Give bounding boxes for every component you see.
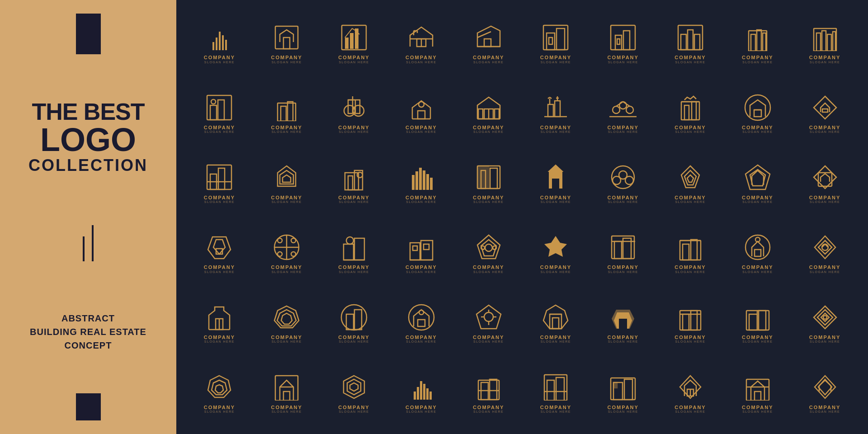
svg-rect-205 <box>414 392 416 400</box>
list-item[interactable]: COMPANY SLOGAN HERE <box>726 219 789 285</box>
logo-label-block: COMPANY SLOGAN HERE <box>809 55 840 64</box>
slogan-text: SLOGAN HERE <box>809 200 840 204</box>
list-item[interactable]: COMPANY SLOGAN HERE <box>188 219 251 285</box>
svg-line-67 <box>550 97 552 99</box>
list-item[interactable]: COMPANY SLOGAN HERE <box>255 79 319 146</box>
list-item[interactable]: COMPANY SLOGAN HERE <box>188 289 251 355</box>
list-item[interactable]: COMPANY SLOGAN HERE <box>793 149 857 215</box>
list-item[interactable]: COMPANY SLOGAN HERE <box>659 359 722 425</box>
list-item[interactable]: COMPANY SLOGAN HERE <box>591 359 655 425</box>
company-name: COMPANY <box>809 125 840 130</box>
logo-icon-27 <box>603 160 643 192</box>
list-item[interactable]: COMPANY SLOGAN HERE <box>591 149 655 215</box>
list-item[interactable]: COMPANY SLOGAN HERE <box>389 219 453 285</box>
list-item[interactable]: COMPANY SLOGAN HERE <box>255 359 319 425</box>
list-item[interactable]: COMPANY SLOGAN HERE <box>659 289 722 355</box>
list-item[interactable]: COMPANY SLOGAN HERE <box>389 9 453 75</box>
list-item[interactable]: COMPANY SLOGAN HERE <box>659 79 722 146</box>
logo-icon-14 <box>401 90 442 122</box>
list-item[interactable]: COMPANY SLOGAN HERE <box>726 9 789 75</box>
list-item[interactable]: COMPANY SLOGAN HERE <box>255 149 319 215</box>
company-name: COMPANY <box>540 335 571 340</box>
list-item[interactable]: COMPANY SLOGAN HERE <box>793 289 857 355</box>
list-item[interactable]: COMPANY SLOGAN HERE <box>591 79 655 146</box>
list-item[interactable]: COMPANY SLOGAN HERE <box>322 79 386 146</box>
list-item[interactable]: COMPANY SLOGAN HERE <box>793 359 857 425</box>
svg-rect-32 <box>694 34 700 50</box>
logo-row-5: COMPANY SLOGAN HERE COMPANY SLOGAN HERE <box>188 289 857 355</box>
list-item[interactable]: COMPANY SLOGAN HERE <box>389 149 453 215</box>
list-item[interactable]: COMPANY SLOGAN HERE <box>457 219 520 285</box>
slogan-text: SLOGAN HERE <box>742 340 773 344</box>
slogan-text: SLOGAN HERE <box>204 200 235 204</box>
bottom-bar-decoration <box>76 393 101 420</box>
list-item[interactable]: COMPANY SLOGAN HERE <box>389 79 453 146</box>
list-item[interactable]: COMPANY SLOGAN HERE <box>188 149 251 215</box>
company-name: COMPANY <box>338 405 369 410</box>
logo-icon-1 <box>199 20 240 52</box>
svg-rect-86 <box>218 168 225 189</box>
slogan-text: SLOGAN HERE <box>675 270 706 274</box>
list-item[interactable]: COMPANY SLOGAN HERE <box>322 289 386 355</box>
list-item[interactable]: COMPANY SLOGAN HERE <box>524 289 588 355</box>
svg-rect-185 <box>683 314 689 330</box>
slogan-text: SLOGAN HERE <box>742 61 773 64</box>
slogan-text: SLOGAN HERE <box>742 270 773 274</box>
list-item[interactable]: COMPANY SLOGAN HERE <box>793 219 857 285</box>
list-item[interactable]: COMPANY SLOGAN HERE <box>524 9 588 75</box>
list-item[interactable]: COMPANY SLOGAN HERE <box>524 149 588 215</box>
list-item[interactable]: COMPANY SLOGAN HERE <box>188 9 251 75</box>
list-item[interactable]: COMPANY SLOGAN HERE <box>457 149 520 215</box>
list-item[interactable]: COMPANY SLOGAN HERE <box>524 359 588 425</box>
list-item[interactable]: COMPANY SLOGAN HERE <box>659 9 722 75</box>
logo-icon-9 <box>737 20 778 52</box>
list-item[interactable]: COMPANY SLOGAN HERE <box>726 79 789 146</box>
logo-icon-41 <box>199 300 240 332</box>
list-item[interactable]: COMPANY SLOGAN HERE <box>457 289 520 355</box>
logo-label-block: COMPANY SLOGAN HERE <box>742 405 773 414</box>
list-item[interactable]: COMPANY SLOGAN HERE <box>322 219 386 285</box>
slogan-text: SLOGAN HERE <box>540 340 571 344</box>
list-item[interactable]: COMPANY SLOGAN HERE <box>322 149 386 215</box>
slogan-text: SLOGAN HERE <box>204 270 235 274</box>
logo-icon-12 <box>266 90 307 122</box>
list-item[interactable]: COMPANY SLOGAN HERE <box>591 289 655 355</box>
list-item[interactable]: COMPANY SLOGAN HERE <box>591 219 655 285</box>
svg-marker-171 <box>476 305 501 329</box>
list-item[interactable]: COMPANY SLOGAN HERE <box>524 219 588 285</box>
logo-icon-48 <box>670 300 711 332</box>
list-item[interactable]: COMPANY SLOGAN HERE <box>389 289 453 355</box>
list-item[interactable]: COMPANY SLOGAN HERE <box>726 289 789 355</box>
svg-rect-61 <box>495 109 499 119</box>
list-item[interactable]: COMPANY SLOGAN HERE <box>591 9 655 75</box>
slogan-text: SLOGAN HERE <box>607 410 638 414</box>
list-item[interactable]: COMPANY SLOGAN HERE <box>457 9 520 75</box>
list-item[interactable]: COMPANY SLOGAN HERE <box>726 149 789 215</box>
list-item[interactable]: COMPANY SLOGAN HERE <box>793 79 857 146</box>
list-item[interactable]: COMPANY SLOGAN HERE <box>524 79 588 146</box>
list-item[interactable]: COMPANY SLOGAN HERE <box>322 9 386 75</box>
svg-marker-82 <box>814 96 836 119</box>
slogan-text: SLOGAN HERE <box>809 130 840 134</box>
list-item[interactable]: COMPANY SLOGAN HERE <box>793 9 857 75</box>
list-item[interactable]: COMPANY SLOGAN HERE <box>255 9 319 75</box>
list-item[interactable]: COMPANY SLOGAN HERE <box>659 149 722 215</box>
list-item[interactable]: COMPANY SLOGAN HERE <box>322 359 386 425</box>
company-name: COMPANY <box>406 405 437 410</box>
list-item[interactable]: COMPANY SLOGAN HERE <box>188 359 251 425</box>
logo-icon-45 <box>468 300 509 332</box>
slogan-text: SLOGAN HERE <box>271 340 302 344</box>
svg-rect-186 <box>691 311 697 330</box>
list-item[interactable]: COMPANY SLOGAN HERE <box>457 359 520 425</box>
svg-rect-52 <box>355 100 360 113</box>
list-item[interactable]: COMPANY SLOGAN HERE <box>255 219 319 285</box>
svg-marker-203 <box>347 379 361 395</box>
list-item[interactable]: COMPANY SLOGAN HERE <box>659 219 722 285</box>
svg-point-142 <box>493 246 496 250</box>
list-item[interactable]: COMPANY SLOGAN HERE <box>726 359 789 425</box>
list-item[interactable]: COMPANY SLOGAN HERE <box>188 79 251 146</box>
svg-rect-2 <box>219 32 221 50</box>
list-item[interactable]: COMPANY SLOGAN HERE <box>457 79 520 146</box>
list-item[interactable]: COMPANY SLOGAN HERE <box>389 359 453 425</box>
list-item[interactable]: COMPANY SLOGAN HERE <box>255 289 319 355</box>
